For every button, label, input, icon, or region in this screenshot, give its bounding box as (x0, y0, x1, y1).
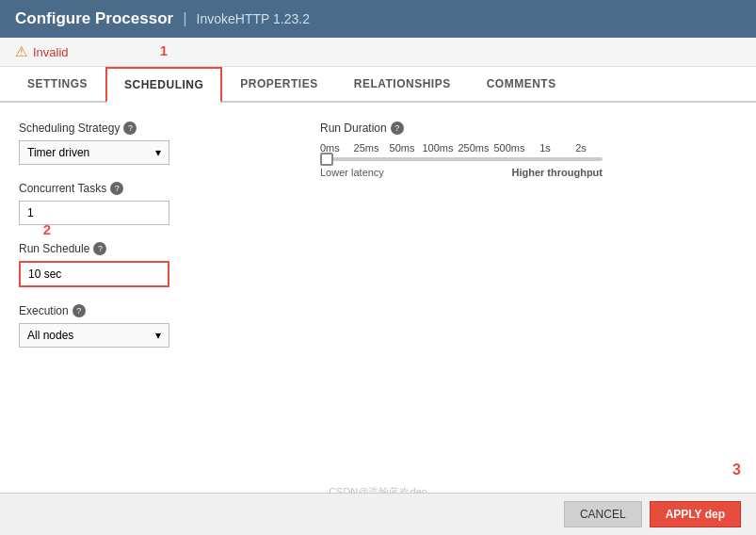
left-column: Scheduling Strategy ? Timer driven ▾ Con… (19, 122, 282, 516)
tab-bar: SETTINGS 1 SCHEDULING PROPERTIES RELATIO… (0, 67, 756, 103)
run-duration-section: Run Duration ? 0ms 25ms 50ms 100ms 250ms… (320, 122, 737, 178)
right-column: Run Duration ? 0ms 25ms 50ms 100ms 250ms… (320, 122, 737, 516)
tab-relationships[interactable]: RELATIONSHIPS (336, 67, 469, 103)
higher-throughput-label: Higher throughput (511, 167, 603, 178)
lower-latency-label: Lower latency (320, 167, 384, 178)
concurrent-tasks-label: Concurrent Tasks ? (19, 182, 282, 195)
invalid-text: Invalid (33, 45, 69, 59)
duration-slider-track[interactable] (320, 157, 603, 161)
scheduling-strategy-group: Scheduling Strategy ? Timer driven ▾ (19, 122, 282, 165)
duration-slider-thumb[interactable] (320, 153, 333, 166)
header-subtitle: InvokeHTTP 1.23.2 (197, 11, 310, 26)
tab-properties[interactable]: PROPERTIES (222, 67, 335, 103)
header-separator: | (183, 9, 186, 28)
apply-button[interactable]: APPLY dep (650, 501, 741, 527)
concurrent-tasks-input[interactable] (19, 201, 169, 225)
duration-marker-1s: 1s (527, 142, 563, 154)
duration-marker-50ms: 50ms (384, 142, 420, 154)
execution-label: Execution ? (19, 304, 282, 317)
footer: CANCEL APPLY dep (0, 493, 756, 535)
scheduling-strategy-label: Scheduling Strategy ? (19, 122, 282, 135)
header-title: Configure Processor (15, 9, 173, 28)
duration-markers-row: 0ms 25ms 50ms 100ms 250ms 500ms 1s 2s (320, 142, 737, 154)
run-schedule-label: Run Schedule ? 2 (19, 242, 282, 255)
tab-settings[interactable]: SETTINGS (9, 67, 105, 103)
execution-help-icon[interactable]: ? (72, 304, 86, 317)
scheduling-content: Scheduling Strategy ? Timer driven ▾ Con… (0, 103, 756, 535)
scheduling-strategy-select[interactable]: Timer driven ▾ (19, 140, 169, 165)
cancel-button[interactable]: CANCEL (564, 501, 642, 527)
tab-comments[interactable]: COMMENTS (469, 67, 574, 103)
concurrent-tasks-group: Concurrent Tasks ? (19, 182, 282, 225)
run-schedule-help-icon[interactable]: ? (93, 242, 106, 255)
run-duration-label: Run Duration ? (320, 122, 737, 135)
duration-marker-500ms: 500ms (491, 142, 527, 154)
chevron-down-icon-exec: ▾ (155, 329, 161, 342)
duration-marker-100ms: 100ms (420, 142, 456, 154)
tab-scheduling[interactable]: 1 SCHEDULING (105, 67, 222, 103)
concurrent-tasks-help-icon[interactable]: ? (110, 182, 123, 195)
annotation-1: 1 (160, 42, 169, 58)
annotation-2: 2 (43, 221, 51, 237)
header: Configure Processor | InvokeHTTP 1.23.2 (0, 0, 756, 38)
run-duration-help-icon[interactable]: ? (391, 122, 404, 135)
warning-icon: ⚠ (15, 43, 27, 60)
execution-select[interactable]: All nodes ▾ (19, 323, 169, 348)
scheduling-strategy-help-icon[interactable]: ? (123, 122, 137, 135)
annotation-3: 3 (732, 462, 741, 478)
chevron-down-icon: ▾ (155, 146, 161, 159)
execution-group: Execution ? All nodes ▾ (19, 304, 282, 348)
duration-marker-250ms: 250ms (456, 142, 491, 154)
duration-marker-2s: 2s (563, 142, 599, 154)
duration-labels: Lower latency Higher throughput (320, 167, 603, 178)
run-schedule-input[interactable] (19, 261, 169, 287)
duration-marker-25ms: 25ms (348, 142, 384, 154)
invalid-bar: ⚠ Invalid (0, 38, 756, 67)
run-schedule-group: Run Schedule ? 2 (19, 242, 282, 287)
